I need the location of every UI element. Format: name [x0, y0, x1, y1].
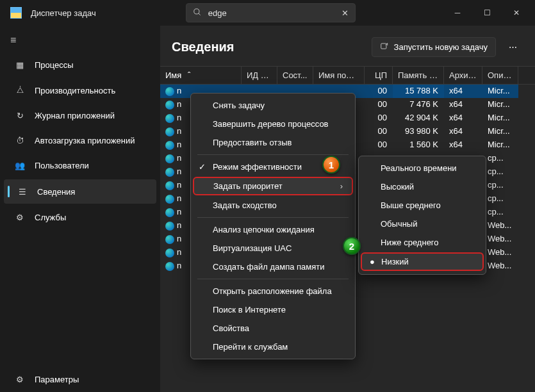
titlebar: Диспетчер задач ✕ ─ ☐ ✕ — [0, 0, 535, 26]
speed-icon: ⏱ — [14, 136, 26, 145]
nav-label: Сведения — [37, 187, 75, 197]
nav-label: Службы — [35, 213, 66, 222]
nav-startup[interactable]: ⏱Автозагрузка приложений — [4, 129, 156, 152]
menu-item[interactable]: Завершить дерево процессов — [191, 115, 355, 133]
clear-icon[interactable]: ✕ — [342, 8, 349, 18]
nav-label: Журнал приложений — [35, 111, 115, 120]
nav-label: Пользователи — [35, 161, 89, 170]
svg-point-0 — [193, 8, 199, 13]
col-arch[interactable]: Архите... — [444, 67, 482, 84]
table-header: Имя ˆ ИД п... Сост... Имя польз... ЦП Па… — [160, 66, 535, 85]
run-new-task-button[interactable]: Запустить новую задачу — [372, 37, 496, 57]
menu-item[interactable]: Высокий — [359, 177, 486, 196]
chart-icon: ⧊ — [14, 85, 26, 95]
users-icon: 👥 — [14, 161, 26, 170]
menu-item[interactable]: Открыть расположение файла — [191, 282, 355, 300]
search-box[interactable]: ✕ — [186, 3, 356, 22]
svg-line-1 — [198, 13, 200, 15]
menu-item[interactable]: Ниже среднего — [359, 233, 486, 252]
step-badge-2: 2 — [343, 237, 361, 255]
nav-users[interactable]: 👥Пользователи — [4, 154, 156, 177]
col-name[interactable]: Имя ˆ — [160, 67, 242, 84]
col-user[interactable]: Имя польз... — [313, 67, 365, 84]
nav-settings[interactable]: ⚙Параметры — [4, 368, 156, 391]
search-icon — [193, 8, 202, 19]
nav-label: Производительность — [35, 86, 115, 95]
nav-performance[interactable]: ⧊Производительность — [4, 79, 156, 102]
step-badge-1: 1 — [322, 156, 340, 174]
close-button[interactable]: ✕ — [502, 0, 531, 26]
context-menu: Снять задачуЗавершить дерево процессовПр… — [190, 93, 356, 359]
gear-icon: ⚙ — [14, 375, 26, 384]
menu-item[interactable]: Обычный — [359, 215, 486, 233]
col-desc[interactable]: Опис... — [482, 67, 518, 84]
menu-item[interactable]: Реального времени — [359, 159, 486, 177]
col-mem[interactable]: Память (а... — [393, 67, 444, 84]
menu-item[interactable]: Снять задачу — [191, 96, 355, 115]
minimize-button[interactable]: ─ — [443, 0, 472, 26]
app-icon — [10, 7, 22, 19]
gear-icon: ⚙ — [14, 213, 26, 222]
nav-label: Автозагрузка приложений — [35, 136, 135, 145]
context-submenu: Реального времениВысокийВыше среднегоОбы… — [358, 156, 486, 275]
nav-details[interactable]: ☰Сведения — [4, 179, 156, 204]
menu-item[interactable]: Выше среднего — [359, 196, 486, 215]
nav-label: Параметры — [35, 375, 79, 384]
maximize-button[interactable]: ☐ — [472, 0, 502, 26]
nav-app-history[interactable]: ↻Журнал приложений — [4, 104, 156, 127]
hamburger-button[interactable]: ≡ — [0, 28, 160, 53]
menu-item[interactable]: Предоставить отзыв — [191, 133, 355, 152]
menu-item[interactable]: Свойства — [191, 319, 355, 338]
menu-item[interactable]: Перейти к службам — [191, 338, 355, 356]
history-icon: ↻ — [14, 111, 26, 120]
app-title: Диспетчер задач — [31, 8, 96, 18]
menu-item[interactable]: Задать сходство — [191, 196, 355, 215]
nav-processes[interactable]: ▦Процессы — [4, 54, 156, 76]
sidebar: ≡ ▦Процессы ⧊Производительность ↻Журнал … — [0, 26, 160, 392]
col-pid[interactable]: ИД п... — [242, 67, 277, 84]
menu-item[interactable]: Виртуализация UAC — [191, 239, 355, 257]
run-new-task-label: Запустить новую задачу — [394, 42, 488, 52]
col-state[interactable]: Сост... — [277, 67, 313, 84]
grid-icon: ▦ — [14, 60, 26, 70]
menu-item[interactable]: ●Низкий — [361, 252, 484, 271]
col-cpu[interactable]: ЦП — [365, 67, 393, 84]
list-icon: ☰ — [17, 187, 28, 197]
search-input[interactable] — [208, 8, 335, 18]
menu-item[interactable]: Поиск в Интернете — [191, 300, 355, 319]
menu-item[interactable]: Анализ цепочки ожидания — [191, 220, 355, 239]
nav-label: Процессы — [35, 60, 74, 70]
more-button[interactable]: ⋯ — [502, 40, 523, 54]
run-icon — [380, 42, 389, 53]
menu-item[interactable]: Создать файл дампа памяти — [191, 257, 355, 276]
svg-rect-2 — [381, 44, 386, 49]
page-title: Сведения — [172, 40, 234, 54]
menu-item[interactable]: Задать приоритет› — [193, 177, 353, 195]
nav-services[interactable]: ⚙Службы — [4, 206, 156, 229]
